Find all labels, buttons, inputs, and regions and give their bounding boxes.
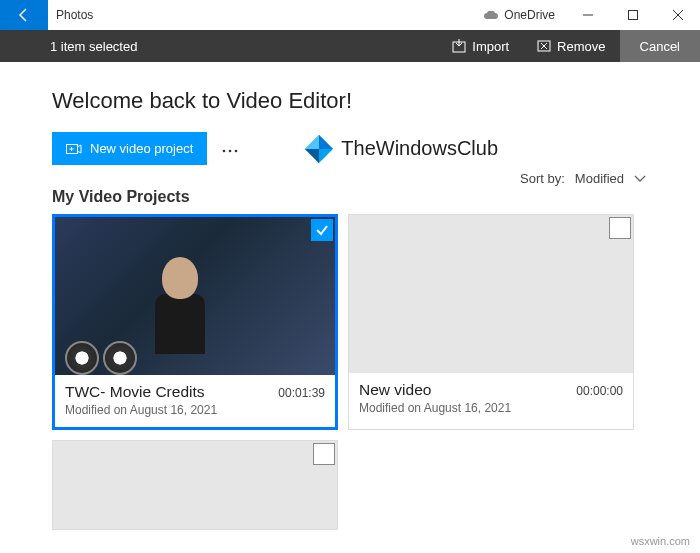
svg-marker-16: [305, 149, 319, 163]
svg-point-12: [229, 150, 232, 153]
selection-checkbox[interactable]: [609, 217, 631, 239]
project-thumbnail: [349, 215, 633, 373]
svg-marker-17: [305, 135, 319, 149]
project-thumbnail: [53, 441, 337, 530]
close-button[interactable]: [655, 0, 700, 30]
branding-logo: TheWindowsClub: [303, 133, 498, 165]
main-content: Welcome back to Video Editor! New video …: [0, 62, 700, 530]
new-project-label: New video project: [90, 141, 193, 156]
projects-grid: TWC- Movie Credits 00:01:39 Modified on …: [52, 214, 648, 530]
project-info: New video 00:00:00 Modified on August 16…: [349, 373, 633, 425]
svg-point-13: [235, 150, 238, 153]
onedrive-label: OneDrive: [504, 8, 555, 22]
svg-point-11: [223, 150, 226, 153]
onedrive-indicator[interactable]: OneDrive: [483, 8, 555, 22]
watermark: wsxwin.com: [631, 535, 690, 547]
cancel-label: Cancel: [640, 39, 680, 54]
import-label: Import: [472, 39, 509, 54]
selection-toolbar: 1 item selected Import Remove Cancel: [0, 30, 700, 62]
back-arrow-icon: [16, 7, 32, 23]
cloud-icon: [483, 10, 499, 20]
title-bar: Photos OneDrive: [0, 0, 700, 30]
project-modified: Modified on August 16, 2021: [359, 401, 623, 415]
project-duration: 00:00:00: [576, 384, 623, 398]
welcome-heading: Welcome back to Video Editor!: [52, 88, 648, 114]
sort-control[interactable]: Sort by: Modified: [52, 171, 648, 186]
minimize-button[interactable]: [565, 0, 610, 30]
more-options-button[interactable]: [221, 138, 239, 159]
project-name: New video: [359, 381, 431, 399]
windows-logo-icon: [303, 133, 335, 165]
ellipsis-icon: [221, 148, 239, 154]
maximize-icon: [628, 10, 638, 20]
check-icon: [315, 223, 329, 237]
selection-checkbox[interactable]: [311, 219, 333, 241]
logo-text: TheWindowsClub: [341, 137, 498, 160]
cancel-button[interactable]: Cancel: [620, 30, 700, 62]
project-modified: Modified on August 16, 2021: [65, 403, 325, 417]
selection-count: 1 item selected: [50, 39, 438, 54]
project-info: TWC- Movie Credits 00:01:39 Modified on …: [55, 375, 335, 427]
project-card[interactable]: TWC- Movie Credits 00:01:39 Modified on …: [52, 214, 338, 430]
close-icon: [673, 10, 683, 20]
actions-row: New video project TheWindowsClub: [52, 132, 648, 165]
project-duration: 00:01:39: [278, 386, 325, 400]
import-button[interactable]: Import: [438, 30, 523, 62]
selection-checkbox[interactable]: [313, 443, 335, 465]
project-card[interactable]: [52, 440, 338, 530]
maximize-button[interactable]: [610, 0, 655, 30]
project-name: TWC- Movie Credits: [65, 383, 205, 401]
new-video-project-button[interactable]: New video project: [52, 132, 207, 165]
svg-marker-15: [319, 135, 333, 149]
import-icon: [452, 39, 466, 53]
chevron-down-icon: [634, 175, 646, 183]
svg-rect-1: [628, 11, 637, 20]
video-plus-icon: [66, 142, 82, 156]
remove-icon: [537, 39, 551, 53]
back-button[interactable]: [0, 0, 48, 30]
minimize-icon: [583, 10, 593, 20]
project-card[interactable]: New video 00:00:00 Modified on August 16…: [348, 214, 634, 430]
project-thumbnail: [55, 217, 335, 375]
remove-label: Remove: [557, 39, 605, 54]
projects-section-title: My Video Projects: [52, 188, 648, 206]
sort-value: Modified: [575, 171, 624, 186]
app-title: Photos: [56, 8, 483, 22]
sort-label: Sort by:: [520, 171, 565, 186]
remove-button[interactable]: Remove: [523, 30, 619, 62]
